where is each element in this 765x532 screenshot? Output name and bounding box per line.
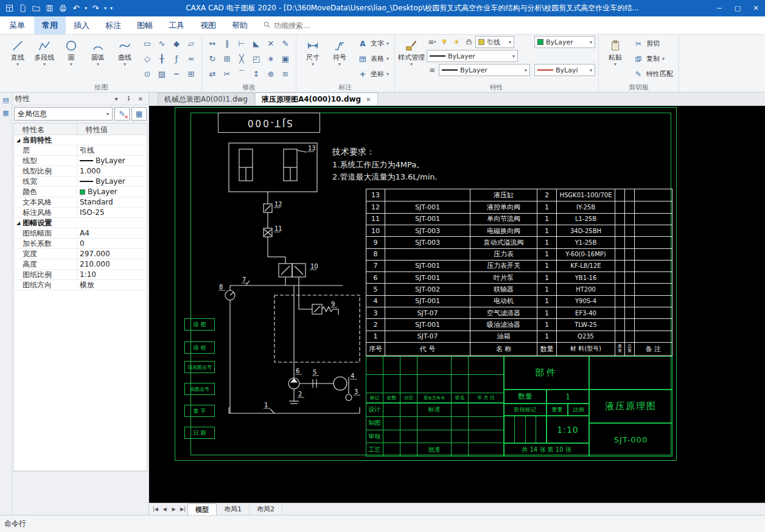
property-group-row[interactable]: ◢图幅设置 bbox=[14, 218, 147, 228]
panel-menu-caret-icon[interactable]: ▾ bbox=[111, 94, 121, 103]
layer-combo[interactable]: 引线 ▾ bbox=[475, 36, 514, 48]
menu-tab-sheet[interactable]: 图幅 bbox=[129, 16, 161, 34]
arc-button[interactable]: 圆弧▾ bbox=[85, 36, 111, 67]
lineweight-combo[interactable]: ByLayer ▾ bbox=[439, 64, 530, 76]
undo-caret-icon[interactable]: ▾ bbox=[83, 2, 89, 15]
menu-tab-help[interactable]: 帮助 bbox=[224, 16, 256, 34]
doc-tab-doc2[interactable]: 液压原理图A4(000)10.dwg✕ bbox=[255, 93, 378, 105]
array-icon[interactable]: ⊞ bbox=[220, 51, 234, 66]
sheet-tab-model[interactable]: 模型 bbox=[187, 503, 217, 515]
search-input[interactable] bbox=[274, 21, 347, 30]
fill-icon[interactable]: ◆ bbox=[169, 36, 184, 51]
redo-icon[interactable]: ↷ bbox=[89, 2, 102, 15]
polyline-button[interactable]: 多段线▾ bbox=[31, 36, 58, 67]
open-file-icon[interactable] bbox=[29, 2, 43, 15]
property-row[interactable]: 颜色ByLayer bbox=[14, 187, 147, 197]
layer-menu-icon[interactable]: ≡▾ bbox=[427, 37, 438, 47]
property-row[interactable]: 图纸方向横放 bbox=[14, 280, 147, 290]
chamfer-icon[interactable]: ◣ bbox=[249, 36, 264, 51]
layer-print-icon[interactable] bbox=[463, 37, 474, 47]
scale-icon[interactable]: ◰ bbox=[249, 51, 264, 66]
explode-icon[interactable]: ∗ bbox=[264, 51, 278, 66]
doc-tab-doc1[interactable]: 机械总装图A0(00)1.dwg bbox=[158, 93, 254, 105]
minimize-button[interactable]: ─ bbox=[710, 0, 728, 16]
rectangle-icon[interactable]: ▭ bbox=[140, 36, 155, 51]
menu-tab-home[interactable]: 常用 bbox=[34, 16, 66, 34]
clear-properties-button[interactable]: ✎✕ bbox=[114, 107, 130, 121]
menu-tab-view[interactable]: 视图 bbox=[192, 16, 224, 34]
undo-icon[interactable]: ↶ bbox=[69, 2, 83, 15]
property-row[interactable]: 文本风格Standard bbox=[14, 197, 147, 208]
match-button[interactable]: ✎特性匹配 bbox=[631, 66, 676, 82]
trim-icon[interactable]: ✂ bbox=[220, 66, 234, 82]
offset-icon[interactable]: ∥ bbox=[220, 36, 234, 51]
property-row[interactable]: 加长系数0 bbox=[14, 239, 147, 249]
break-icon[interactable]: ╳ bbox=[234, 51, 249, 66]
erase-icon[interactable]: ✕ bbox=[264, 36, 278, 51]
point-icon[interactable]: ⊙ bbox=[140, 66, 155, 82]
menu-tab-annotation[interactable]: 标注 bbox=[97, 16, 129, 34]
centerline-icon[interactable]: ╂ bbox=[155, 51, 169, 66]
rotate-icon[interactable]: ↻ bbox=[205, 51, 220, 66]
copy-button[interactable]: 复制▾ bbox=[631, 51, 676, 66]
dimension-button[interactable]: 尺寸▾ bbox=[299, 36, 326, 67]
new-file-icon[interactable] bbox=[16, 2, 29, 15]
property-row[interactable]: 高度210.000 bbox=[14, 259, 147, 270]
print-icon[interactable] bbox=[56, 2, 69, 15]
property-row[interactable]: 图纸比例1:10 bbox=[14, 270, 147, 280]
close-doc-icon[interactable]: ✕ bbox=[366, 96, 371, 103]
mirror-icon[interactable]: ⇄ bbox=[205, 66, 220, 82]
scope-dropdown[interactable]: 全局信息 ▾ bbox=[14, 107, 113, 121]
sheet-tab-layout2[interactable]: 布局2 bbox=[250, 503, 282, 515]
dashed-line-icon[interactable]: ┅ bbox=[169, 66, 184, 82]
linecolor-combo[interactable]: ByLayi ▾ bbox=[534, 64, 595, 76]
close-button[interactable]: ✕ bbox=[747, 0, 765, 16]
linetype-combo[interactable]: ByLayer ▾ bbox=[427, 50, 518, 62]
pin-icon[interactable] bbox=[124, 94, 133, 103]
next-sheet-icon[interactable]: ▶ bbox=[169, 506, 178, 512]
move-icon[interactable]: ↔ bbox=[205, 36, 220, 51]
sheet-tab-layout1[interactable]: 布局1 bbox=[217, 503, 250, 515]
stretch-icon[interactable]: ↕ bbox=[249, 66, 264, 82]
edit-icon[interactable]: ✎ bbox=[278, 36, 293, 51]
menu-tab-tools[interactable]: 工具 bbox=[161, 16, 192, 34]
group-icon[interactable]: ▣ bbox=[278, 51, 293, 66]
wave-line-icon[interactable]: ≈ bbox=[184, 51, 198, 66]
extend-icon[interactable]: ⊢ bbox=[234, 36, 249, 51]
paste-button[interactable]: 粘贴 ▾ bbox=[602, 36, 629, 67]
menu-tab-insert[interactable]: 插入 bbox=[66, 16, 97, 34]
line-button[interactable]: 直线▾ bbox=[4, 36, 31, 67]
text-button[interactable]: A文字▾ bbox=[355, 36, 391, 51]
property-row[interactable]: 层引线 bbox=[14, 145, 147, 156]
close-panel-icon[interactable]: ✕ bbox=[136, 94, 145, 103]
maximize-button[interactable]: ▢ bbox=[728, 0, 747, 16]
array-icon[interactable]: ⊞ bbox=[184, 66, 198, 82]
hatch-icon[interactable]: ▨ bbox=[155, 66, 169, 82]
command-line[interactable]: 命令行 bbox=[0, 515, 765, 532]
property-group-row[interactable]: ◢当前特性 bbox=[14, 135, 147, 145]
model-canvas[interactable]: SJT-000 技术要求： 1.系统工作压力为4MPa。 2.管道最大流量为13… bbox=[149, 106, 765, 503]
lineweight-icon[interactable]: ≡ bbox=[427, 65, 438, 75]
curve-button[interactable]: 曲线▾ bbox=[111, 36, 138, 67]
profile-icon[interactable]: ▱ bbox=[184, 36, 198, 51]
layer-on-icon[interactable] bbox=[439, 37, 450, 47]
property-row[interactable]: 线宽ByLayer bbox=[14, 177, 147, 187]
library-tab-icon[interactable]: ▦ bbox=[1, 108, 11, 117]
formula-curve-icon[interactable]: ƒ bbox=[169, 51, 184, 66]
property-row[interactable]: 标注风格ISO-25 bbox=[14, 208, 147, 218]
property-row[interactable]: 线型比例1.000 bbox=[14, 166, 147, 177]
fillet-icon[interactable]: ⌒ bbox=[234, 66, 249, 82]
properties-tab-icon[interactable]: ▤ bbox=[1, 95, 11, 105]
cut-button[interactable]: ✂剪切 bbox=[631, 36, 676, 51]
circle-button[interactable]: 圆▾ bbox=[58, 36, 85, 67]
symbol-button[interactable]: 符号▾ bbox=[326, 36, 353, 67]
prev-sheet-icon[interactable]: ◀ bbox=[160, 506, 169, 512]
coord-button[interactable]: 坐标▾ bbox=[355, 66, 391, 82]
join-icon[interactable]: ⊕ bbox=[264, 66, 278, 82]
color-combo[interactable]: ByLayer ▾ bbox=[534, 36, 595, 48]
last-sheet-icon[interactable]: ▶| bbox=[178, 506, 187, 512]
redo-caret-icon[interactable]: ▾ bbox=[102, 2, 108, 15]
property-row[interactable]: 宽度297.000 bbox=[14, 249, 147, 259]
app-icon[interactable] bbox=[2, 2, 16, 15]
spline-icon[interactable]: ∿ bbox=[155, 36, 169, 51]
